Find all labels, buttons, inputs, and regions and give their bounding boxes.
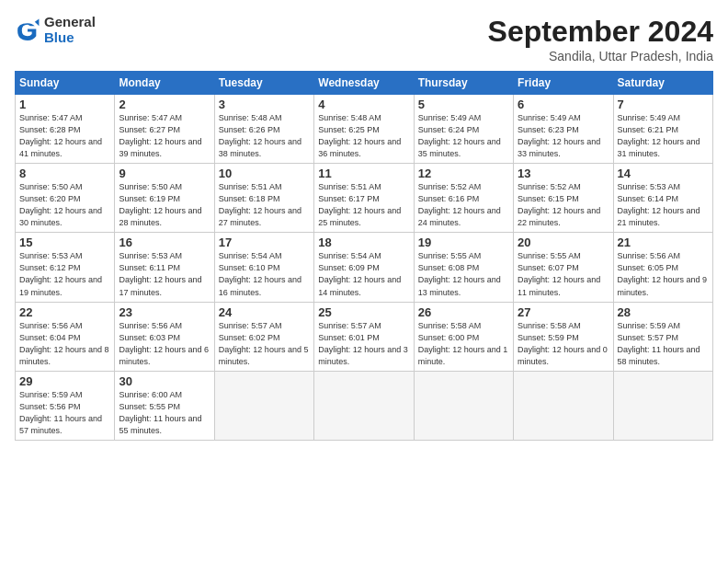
calendar-week-2: 15Sunrise: 5:53 AM Sunset: 6:12 PM Dayli… (16, 233, 713, 302)
logo-text: General Blue (44, 15, 96, 45)
table-row: 19Sunrise: 5:55 AM Sunset: 6:08 PM Dayli… (414, 233, 513, 302)
col-header-wednesday: Wednesday (314, 72, 414, 95)
table-row: 13Sunrise: 5:52 AM Sunset: 6:15 PM Dayli… (514, 164, 613, 233)
table-row: 23Sunrise: 5:56 AM Sunset: 6:03 PM Dayli… (115, 302, 214, 371)
table-row (214, 371, 313, 440)
table-row: 26Sunrise: 5:58 AM Sunset: 6:00 PM Dayli… (414, 302, 513, 371)
logo: General Blue (15, 15, 96, 45)
calendar-week-4: 29Sunrise: 5:59 AM Sunset: 5:56 PM Dayli… (16, 371, 713, 440)
table-row: 10Sunrise: 5:51 AM Sunset: 6:18 PM Dayli… (214, 164, 313, 233)
table-row: 27Sunrise: 5:58 AM Sunset: 5:59 PM Dayli… (514, 302, 613, 371)
table-row: 30Sunrise: 6:00 AM Sunset: 5:55 PM Dayli… (115, 371, 214, 440)
table-row: 18Sunrise: 5:54 AM Sunset: 6:09 PM Dayli… (314, 233, 414, 302)
table-row: 12Sunrise: 5:52 AM Sunset: 6:16 PM Dayli… (414, 164, 513, 233)
col-header-sunday: Sunday (16, 72, 115, 95)
col-header-friday: Friday (514, 72, 613, 95)
table-row (314, 371, 414, 440)
table-row: 7Sunrise: 5:49 AM Sunset: 6:21 PM Daylig… (613, 95, 712, 164)
title-block: September 2024 Sandila, Uttar Pradesh, I… (488, 15, 713, 63)
table-row: 29Sunrise: 5:59 AM Sunset: 5:56 PM Dayli… (16, 371, 115, 440)
calendar-table: SundayMondayTuesdayWednesdayThursdayFrid… (15, 71, 713, 441)
table-row: 11Sunrise: 5:51 AM Sunset: 6:17 PM Dayli… (314, 164, 414, 233)
calendar-week-3: 22Sunrise: 5:56 AM Sunset: 6:04 PM Dayli… (16, 302, 713, 371)
table-row: 9Sunrise: 5:50 AM Sunset: 6:19 PM Daylig… (115, 164, 214, 233)
calendar-header-row: SundayMondayTuesdayWednesdayThursdayFrid… (16, 72, 713, 95)
table-row: 24Sunrise: 5:57 AM Sunset: 6:02 PM Dayli… (214, 302, 313, 371)
table-row: 22Sunrise: 5:56 AM Sunset: 6:04 PM Dayli… (16, 302, 115, 371)
col-header-tuesday: Tuesday (214, 72, 313, 95)
logo-general-text: General (44, 15, 96, 30)
table-row: 21Sunrise: 5:56 AM Sunset: 6:05 PM Dayli… (613, 233, 712, 302)
table-row: 20Sunrise: 5:55 AM Sunset: 6:07 PM Dayli… (514, 233, 613, 302)
table-row: 2Sunrise: 5:47 AM Sunset: 6:27 PM Daylig… (115, 95, 214, 164)
calendar-week-0: 1Sunrise: 5:47 AM Sunset: 6:28 PM Daylig… (16, 95, 713, 164)
page-header: General Blue September 2024 Sandila, Utt… (15, 15, 713, 63)
table-row (414, 371, 513, 440)
month-title: September 2024 (488, 15, 713, 49)
table-row: 14Sunrise: 5:53 AM Sunset: 6:14 PM Dayli… (613, 164, 712, 233)
col-header-thursday: Thursday (414, 72, 513, 95)
table-row: 16Sunrise: 5:53 AM Sunset: 6:11 PM Dayli… (115, 233, 214, 302)
table-row: 5Sunrise: 5:49 AM Sunset: 6:24 PM Daylig… (414, 95, 513, 164)
table-row: 3Sunrise: 5:48 AM Sunset: 6:26 PM Daylig… (214, 95, 313, 164)
location-title: Sandila, Uttar Pradesh, India (488, 49, 713, 63)
logo-icon (15, 17, 40, 43)
col-header-saturday: Saturday (613, 72, 712, 95)
table-row: 17Sunrise: 5:54 AM Sunset: 6:10 PM Dayli… (214, 233, 313, 302)
table-row: 25Sunrise: 5:57 AM Sunset: 6:01 PM Dayli… (314, 302, 414, 371)
table-row: 28Sunrise: 5:59 AM Sunset: 5:57 PM Dayli… (613, 302, 712, 371)
col-header-monday: Monday (115, 72, 214, 95)
calendar-week-1: 8Sunrise: 5:50 AM Sunset: 6:20 PM Daylig… (16, 164, 713, 233)
table-row (613, 371, 712, 440)
table-row (514, 371, 613, 440)
table-row: 8Sunrise: 5:50 AM Sunset: 6:20 PM Daylig… (16, 164, 115, 233)
table-row: 6Sunrise: 5:49 AM Sunset: 6:23 PM Daylig… (514, 95, 613, 164)
table-row: 1Sunrise: 5:47 AM Sunset: 6:28 PM Daylig… (16, 95, 115, 164)
table-row: 4Sunrise: 5:48 AM Sunset: 6:25 PM Daylig… (314, 95, 414, 164)
logo-blue-text: Blue (44, 30, 96, 46)
table-row: 15Sunrise: 5:53 AM Sunset: 6:12 PM Dayli… (16, 233, 115, 302)
